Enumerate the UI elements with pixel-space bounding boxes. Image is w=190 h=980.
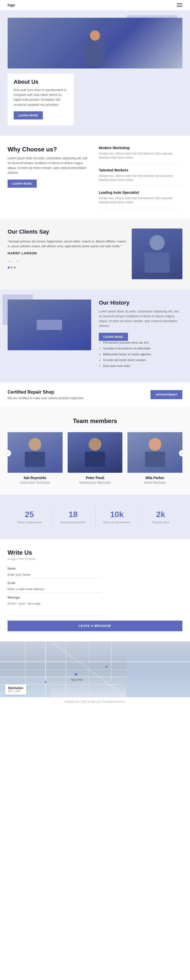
hamburger-line-2 [177, 5, 182, 5]
check-item-3: ✓Malesuada fames ac turpis egestas [99, 353, 182, 356]
feature-item-1: Modern Workshop Sample text. Click to se… [99, 146, 182, 164]
email-input[interactable] [8, 586, 101, 593]
certified-text: Certified Repair Shop We are certified t… [8, 390, 84, 400]
stat-maintenance: 10k Hours of maintenance [95, 505, 139, 529]
about-title: About Us [14, 79, 67, 85]
svg-text:New York: New York [71, 678, 83, 681]
certified-section: Certified Repair Shop We are certified t… [0, 382, 190, 407]
team-card-2: Peter Pouli Maintenance Mechanic [68, 432, 123, 484]
message-textarea[interactable] [8, 600, 101, 616]
write-section: Write Us Images from Freepik Name Email … [0, 539, 190, 641]
stats-section: 25 Years of experience 18 Amazing employ… [0, 495, 190, 539]
history-checklist: ✓Fermentum posuere urna nec tinc ✓Gravid… [99, 341, 182, 368]
stat-maintenance-label: Hours of maintenance [98, 521, 136, 524]
why-description: Lorem ipsum dolor sit amet, consectetur … [8, 156, 91, 175]
certified-description: We are certified to make your vehicle pe… [8, 396, 84, 400]
stat-projects-number: 2k [141, 510, 180, 519]
feature-item-3: Leading Auto Specialist Sample text. Cli… [99, 191, 182, 208]
feature-2-desc: Sample text. Click to select the Text El… [99, 174, 182, 182]
prev-arrow-button[interactable]: ← [8, 259, 12, 264]
team-prev-button[interactable]: ‹ [5, 450, 11, 457]
stat-experience: 25 Years of experience [8, 505, 51, 529]
feature-item-2: Talented Workers Sample text. Click to s… [99, 168, 182, 186]
about-description: Duis aute irure dolor in reprehenderit i… [14, 88, 67, 107]
next-arrow-button[interactable]: → [15, 259, 19, 264]
stat-experience-number: 25 [10, 510, 49, 519]
stat-employees-number: 18 [54, 510, 92, 519]
team-role-1: Automotive Technician [8, 481, 63, 484]
team-photo-2 [68, 432, 123, 473]
why-title: Why Choose us? [8, 146, 91, 153]
navbar: logo [0, 0, 190, 10]
feature-2-title: Talented Workers [99, 168, 182, 172]
form-right-column [106, 567, 182, 617]
history-right: Our History Lorem ipsum dolor sit amet, … [99, 299, 182, 372]
map-background: New York Manhattan 40.7, -74.0 [0, 641, 190, 697]
team-card-1: Nat Reynolds Automotive Technician [8, 432, 63, 484]
map-svg: New York [0, 641, 190, 697]
history-photo [8, 299, 91, 350]
dot-1[interactable] [8, 267, 10, 269]
stat-maintenance-number: 10k [98, 510, 136, 519]
svg-point-14 [105, 666, 108, 668]
check-item-2: ✓Gravida in fermentum ut sollicitudin [99, 347, 182, 350]
stat-projects-label: Projects done [141, 521, 180, 524]
hamburger-line-1 [177, 3, 182, 4]
email-field-group: Email [8, 581, 101, 593]
feature-3-desc: Sample text. Click to select the Text El… [99, 196, 182, 204]
team-section: Team members ‹ Nat Reynolds Automotive T… [0, 407, 190, 495]
email-label: Email [8, 581, 101, 585]
about-section: About Us Duis aute irure dolor in repreh… [0, 10, 190, 136]
team-next-button[interactable]: › [179, 450, 185, 457]
feature-3-title: Leading Auto Specialist [99, 191, 182, 194]
dot-2[interactable] [11, 267, 13, 269]
team-photo-1 [8, 432, 63, 473]
message-field-group: Message [8, 596, 101, 617]
appointment-button[interactable]: APPOINTMENT [150, 390, 182, 399]
check-item-4: ✓Ut enim ad minim lorem veniam [99, 358, 182, 362]
history-description: Lorem ipsum dolor sit amet, consectetur … [99, 309, 182, 329]
certified-title: Certified Repair Shop [8, 390, 84, 395]
team-card-3: Mila Parker Diesel Mechanic [127, 432, 182, 484]
clients-title: Our Clients Say [8, 229, 127, 235]
footer: Sample text. Click to add your Text Elem… [0, 697, 190, 706]
about-learn-more-button[interactable]: LEARN MORE [14, 111, 43, 119]
why-learn-more-button[interactable]: LEARN MORE [8, 180, 37, 188]
team-name-3: Mila Parker [127, 476, 182, 480]
why-features: Modern Workshop Sample text. Click to se… [99, 146, 182, 208]
team-name-1: Nat Reynolds [8, 476, 63, 480]
history-section: Our History Lorem ipsum dolor sit amet, … [0, 290, 190, 382]
history-left [8, 299, 91, 350]
history-learn-more-button[interactable]: LEARN MORE [99, 333, 128, 341]
write-title: Write Us [8, 549, 182, 556]
send-message-button[interactable]: LEAVE A MESSAGE [8, 620, 182, 631]
clients-mechanic-photo [132, 229, 182, 279]
team-name-2: Peter Pouli [68, 476, 123, 480]
map-address: 40.7, -74.0 [8, 690, 23, 693]
logo: logo [8, 3, 15, 7]
map-section: New York Manhattan 40.7, -74.0 [0, 641, 190, 697]
client-name: HARRY LARSON [8, 251, 127, 255]
feature-1-title: Modern Workshop [99, 146, 182, 150]
name-field-group: Name [8, 567, 101, 578]
dot-3[interactable] [14, 267, 16, 269]
form-left-column: Name Email Message [8, 567, 101, 617]
client-quote: "Aenean pulvinar dui ornare, fugiat lore… [8, 239, 127, 249]
hamburger-menu[interactable] [177, 3, 182, 7]
check-item-5: ✓Duis aute irure dolor [99, 364, 182, 368]
stat-experience-label: Years of experience [10, 521, 49, 524]
contact-form: Name Email Message [8, 567, 182, 617]
team-role-3: Diesel Mechanic [127, 481, 182, 484]
team-grid: ‹ Nat Reynolds Automotive Technician [8, 432, 182, 484]
map-info-box: Manhattan 40.7, -74.0 [5, 684, 26, 695]
message-label: Message [8, 596, 101, 599]
stats-grid: 25 Years of experience 18 Amazing employ… [8, 505, 182, 529]
footer-text: Sample text. Click to add your Text Elem… [65, 700, 126, 703]
map-location-label: Manhattan [8, 686, 23, 690]
team-role-2: Maintenance Mechanic [68, 481, 123, 484]
slider-dots [8, 267, 127, 269]
check-icon-3: ✓ [99, 353, 101, 356]
name-input[interactable] [8, 571, 101, 578]
clients-left: Our Clients Say "Aenean pulvinar dui orn… [8, 229, 127, 279]
check-icon-4: ✓ [99, 358, 101, 362]
